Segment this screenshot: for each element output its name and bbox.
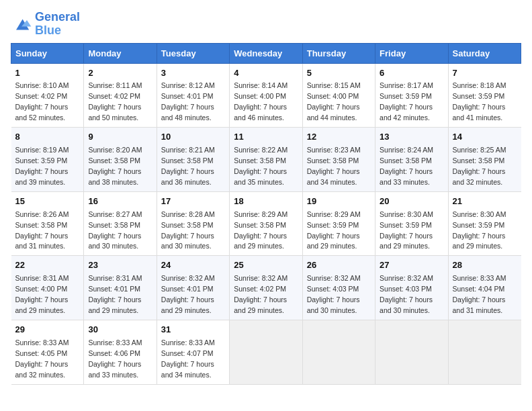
day-number: 19 [307,195,371,208]
calendar-cell: 9 Sunrise: 8:20 AMSunset: 3:58 PMDayligh… [84,128,157,192]
day-info: Sunrise: 8:21 AMSunset: 3:58 PMDaylight:… [161,146,215,186]
day-info: Sunrise: 8:27 AMSunset: 3:58 PMDaylight:… [88,210,142,250]
day-info: Sunrise: 8:12 AMSunset: 4:01 PMDaylight:… [161,81,215,122]
day-info: Sunrise: 8:33 AMSunset: 4:04 PMDaylight:… [453,274,506,314]
calendar-cell [230,320,302,384]
calendar-cell: 30 Sunrise: 8:33 AMSunset: 4:06 PMDaylig… [84,320,157,384]
logo-text: General Blue [35,11,80,38]
day-info: Sunrise: 8:19 AMSunset: 3:59 PMDaylight:… [15,146,69,186]
calendar-week-row: 29 Sunrise: 8:33 AMSunset: 4:05 PMDaylig… [11,320,521,384]
calendar-cell: 22 Sunrise: 8:31 AMSunset: 4:00 PMDaylig… [11,256,84,320]
calendar-cell: 13 Sunrise: 8:24 AMSunset: 3:58 PMDaylig… [375,128,448,192]
day-number: 17 [161,195,225,208]
day-info: Sunrise: 8:20 AMSunset: 3:58 PMDaylight:… [88,146,142,186]
day-info: Sunrise: 8:17 AMSunset: 3:59 PMDaylight:… [380,81,433,122]
day-number: 7 [453,67,517,80]
calendar-cell: 18 Sunrise: 8:29 AMSunset: 3:58 PMDaylig… [230,191,302,256]
calendar-week-row: 15 Sunrise: 8:26 AMSunset: 3:58 PMDaylig… [11,191,521,256]
calendar-cell: 11 Sunrise: 8:22 AMSunset: 3:58 PMDaylig… [230,128,302,192]
day-number: 11 [234,131,298,144]
day-info: Sunrise: 8:25 AMSunset: 3:58 PMDaylight:… [453,146,506,186]
calendar-cell: 15 Sunrise: 8:26 AMSunset: 3:58 PMDaylig… [11,191,84,256]
calendar-cell: 21 Sunrise: 8:30 AMSunset: 3:59 PMDaylig… [448,191,521,256]
weekday-header-cell: Friday [375,43,448,63]
day-number: 28 [453,259,517,272]
day-number: 3 [161,67,225,80]
day-info: Sunrise: 8:11 AMSunset: 4:02 PMDaylight:… [88,81,142,122]
day-number: 4 [234,67,298,80]
calendar-cell: 8 Sunrise: 8:19 AMSunset: 3:59 PMDayligh… [11,128,84,192]
calendar-body: 1 Sunrise: 8:10 AMSunset: 4:02 PMDayligh… [11,63,521,384]
calendar-cell: 4 Sunrise: 8:14 AMSunset: 4:00 PMDayligh… [230,63,302,128]
calendar-cell: 12 Sunrise: 8:23 AMSunset: 3:58 PMDaylig… [302,128,375,192]
calendar-cell [448,320,521,384]
weekday-header-cell: Monday [84,43,157,63]
day-info: Sunrise: 8:23 AMSunset: 3:58 PMDaylight:… [307,146,361,186]
day-info: Sunrise: 8:29 AMSunset: 3:58 PMDaylight:… [234,210,287,250]
calendar-cell: 20 Sunrise: 8:30 AMSunset: 3:59 PMDaylig… [375,191,448,256]
calendar-week-row: 8 Sunrise: 8:19 AMSunset: 3:59 PMDayligh… [11,128,521,192]
calendar-cell [375,320,448,384]
calendar-cell: 28 Sunrise: 8:33 AMSunset: 4:04 PMDaylig… [448,256,521,320]
day-number: 6 [380,67,443,80]
calendar-cell: 17 Sunrise: 8:28 AMSunset: 3:58 PMDaylig… [157,191,229,256]
logo-icon [11,15,32,34]
calendar-cell: 29 Sunrise: 8:33 AMSunset: 4:05 PMDaylig… [11,320,84,384]
calendar-cell: 10 Sunrise: 8:21 AMSunset: 3:58 PMDaylig… [157,128,229,192]
weekday-header-cell: Thursday [302,43,375,63]
day-number: 26 [307,259,371,272]
day-info: Sunrise: 8:33 AMSunset: 4:07 PMDaylight:… [161,338,215,379]
day-number: 18 [234,195,298,208]
calendar-cell: 25 Sunrise: 8:32 AMSunset: 4:02 PMDaylig… [230,256,302,320]
day-info: Sunrise: 8:18 AMSunset: 3:59 PMDaylight:… [453,81,506,122]
day-number: 9 [88,131,152,144]
day-number: 25 [234,259,298,272]
calendar-cell: 24 Sunrise: 8:32 AMSunset: 4:01 PMDaylig… [157,256,229,320]
calendar-cell: 5 Sunrise: 8:15 AMSunset: 4:00 PMDayligh… [302,63,375,128]
weekday-header-cell: Saturday [448,43,521,63]
calendar-cell: 16 Sunrise: 8:27 AMSunset: 3:58 PMDaylig… [84,191,157,256]
logo: General Blue [11,11,80,38]
weekday-header-cell: Tuesday [157,43,229,63]
calendar-week-row: 1 Sunrise: 8:10 AMSunset: 4:02 PMDayligh… [11,63,521,128]
day-number: 13 [380,131,443,144]
calendar-cell: 19 Sunrise: 8:29 AMSunset: 3:59 PMDaylig… [302,191,375,256]
weekday-header-cell: Wednesday [230,43,302,63]
day-number: 10 [161,131,225,144]
day-number: 12 [307,131,371,144]
day-number: 29 [15,324,80,336]
day-info: Sunrise: 8:24 AMSunset: 3:58 PMDaylight:… [380,146,433,186]
day-info: Sunrise: 8:22 AMSunset: 3:58 PMDaylight:… [234,146,287,186]
day-number: 21 [453,195,517,208]
calendar-cell: 2 Sunrise: 8:11 AMSunset: 4:02 PMDayligh… [84,63,157,128]
weekday-header-cell: Sunday [11,43,84,63]
day-info: Sunrise: 8:33 AMSunset: 4:05 PMDaylight:… [15,338,69,379]
calendar-cell: 1 Sunrise: 8:10 AMSunset: 4:02 PMDayligh… [11,63,84,128]
calendar-table: SundayMondayTuesdayWednesdayThursdayFrid… [11,43,521,385]
day-number: 1 [15,67,80,80]
day-number: 31 [161,324,225,336]
calendar-cell: 3 Sunrise: 8:12 AMSunset: 4:01 PMDayligh… [157,63,229,128]
day-number: 27 [380,259,443,272]
day-number: 23 [88,259,152,272]
day-info: Sunrise: 8:28 AMSunset: 3:58 PMDaylight:… [161,210,215,250]
day-info: Sunrise: 8:30 AMSunset: 3:59 PMDaylight:… [453,210,506,250]
calendar-week-row: 22 Sunrise: 8:31 AMSunset: 4:00 PMDaylig… [11,256,521,320]
day-number: 24 [161,259,225,272]
day-number: 14 [453,131,517,144]
day-number: 22 [15,259,80,272]
day-info: Sunrise: 8:31 AMSunset: 4:00 PMDaylight:… [15,274,69,314]
calendar-cell: 27 Sunrise: 8:32 AMSunset: 4:03 PMDaylig… [375,256,448,320]
day-info: Sunrise: 8:10 AMSunset: 4:02 PMDaylight:… [15,81,69,122]
day-info: Sunrise: 8:30 AMSunset: 3:59 PMDaylight:… [380,210,433,250]
day-info: Sunrise: 8:32 AMSunset: 4:02 PMDaylight:… [234,274,287,314]
weekday-header-row: SundayMondayTuesdayWednesdayThursdayFrid… [11,43,521,63]
calendar-cell: 6 Sunrise: 8:17 AMSunset: 3:59 PMDayligh… [375,63,448,128]
day-info: Sunrise: 8:26 AMSunset: 3:58 PMDaylight:… [15,210,69,250]
day-number: 16 [88,195,152,208]
day-number: 5 [307,67,371,80]
calendar-cell [302,320,375,384]
day-info: Sunrise: 8:15 AMSunset: 4:00 PMDaylight:… [307,81,361,122]
day-number: 2 [88,67,152,80]
day-number: 8 [15,131,80,144]
